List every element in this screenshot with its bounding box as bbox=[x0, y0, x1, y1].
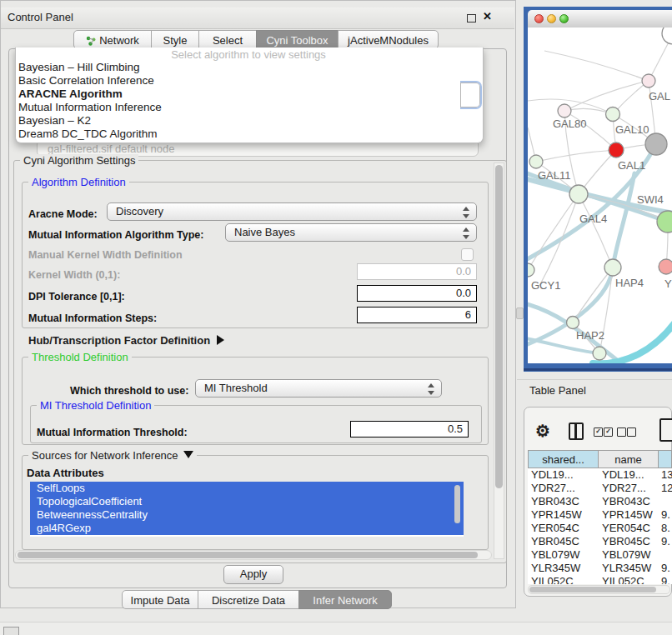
which-threshold-combo[interactable]: MI Threshold bbox=[195, 379, 442, 398]
table-cell[interactable]: YBR043C bbox=[531, 495, 579, 508]
table-cell[interactable]: YER054C bbox=[602, 522, 650, 535]
table-cell[interactable]: YBR045C bbox=[602, 535, 650, 548]
table-cell[interactable]: 12 bbox=[661, 482, 672, 495]
table-cell[interactable]: YIL052C bbox=[602, 575, 644, 584]
node[interactable] bbox=[662, 28, 672, 44]
tab-style[interactable]: Style bbox=[151, 30, 199, 49]
export-table-icon[interactable] bbox=[659, 418, 672, 442]
mi-threshold-label: Mutual Information Threshold: bbox=[37, 427, 188, 438]
table-cell[interactable]: YDL19... bbox=[531, 468, 574, 482]
tab-cyni-toolbox-label: Cyni Toolbox bbox=[266, 34, 328, 47]
aracne-mode-combo[interactable]: Discovery bbox=[107, 202, 477, 221]
column-header-shared-name[interactable]: shared... bbox=[528, 450, 599, 468]
close-window-icon[interactable]: ✕ bbox=[483, 10, 492, 22]
expand-right-icon[interactable] bbox=[217, 335, 224, 345]
gear-icon[interactable]: ⚙ bbox=[535, 421, 550, 441]
show-columns-icon[interactable] bbox=[569, 422, 584, 440]
deselect-all-checkbox-icon[interactable] bbox=[617, 428, 626, 437]
column-header-name[interactable]: name bbox=[598, 450, 659, 468]
attribute-item[interactable]: gal4RGexp bbox=[30, 522, 464, 535]
node-gray[interactable] bbox=[645, 133, 667, 155]
node-gal80[interactable] bbox=[558, 104, 571, 118]
column-header-partial[interactable] bbox=[658, 450, 672, 468]
collapsed-panel-button[interactable] bbox=[3, 627, 19, 635]
hub-transcription-factor-section[interactable]: Hub/Transcription Factor Definition bbox=[28, 334, 224, 347]
node-hap2[interactable] bbox=[567, 317, 579, 329]
node-swi4[interactable] bbox=[657, 211, 672, 232]
which-threshold-value: MI Threshold bbox=[204, 382, 268, 394]
node-gal[interactable] bbox=[642, 74, 655, 88]
control-panel-title: Control Panel bbox=[8, 11, 73, 23]
aracne-mode-value: Discovery bbox=[116, 205, 163, 218]
attribute-item[interactable]: SelfLoops bbox=[30, 482, 464, 495]
table-cell[interactable]: YLR345W bbox=[602, 562, 651, 575]
sources-title-label: Sources for Network Inference bbox=[32, 449, 178, 462]
table-cell[interactable]: YBR043C bbox=[602, 495, 650, 508]
apply-button[interactable]: Apply bbox=[223, 565, 283, 584]
settings-vertical-scrollbar-thumb[interactable] bbox=[495, 165, 503, 488]
table-cell[interactable]: 9. bbox=[661, 535, 670, 548]
table-cell[interactable]: 13 bbox=[661, 468, 672, 482]
node-gal10[interactable] bbox=[606, 108, 620, 122]
sources-title[interactable]: Sources for Network Inference bbox=[28, 449, 197, 462]
float-window-icon[interactable] bbox=[467, 14, 476, 22]
node-hap4[interactable] bbox=[604, 259, 621, 276]
network-canvas[interactable]: GAL GAL80 GAL10 GAL1 GAL11 GAL4 SWI4 GCY… bbox=[528, 28, 672, 363]
table-cell[interactable]: YIL052C bbox=[531, 575, 574, 584]
table-cell[interactable]: 9. bbox=[661, 575, 670, 584]
deselect-all-checkbox-icon[interactable] bbox=[627, 428, 636, 437]
node-gal4[interactable] bbox=[569, 185, 588, 203]
tab-discretize-data[interactable]: Discretize Data bbox=[198, 590, 299, 609]
node-label: GAL11 bbox=[538, 169, 571, 182]
attribute-item[interactable]: TopologicalCoefficient bbox=[30, 495, 464, 508]
node-gal11[interactable] bbox=[529, 155, 543, 168]
mi-algorithm-type-combo[interactable]: Naive Bayes bbox=[225, 223, 477, 242]
split-pane-handle[interactable] bbox=[516, 308, 524, 319]
table-cell[interactable]: 8. bbox=[661, 522, 670, 535]
tab-jactivemnodules[interactable]: jActiveMNodules bbox=[338, 30, 439, 49]
table-cell[interactable]: YPR145W bbox=[602, 508, 653, 522]
zoom-traffic-light[interactable] bbox=[559, 14, 569, 23]
table-cell[interactable]: YDR27... bbox=[531, 482, 575, 495]
table-cell[interactable]: YDL19... bbox=[602, 468, 644, 482]
attributes-scrollbar-thumb[interactable] bbox=[454, 485, 460, 523]
select-all-checkbox-icon[interactable]: ✓ bbox=[604, 428, 613, 437]
mi-threshold-field[interactable]: 0.5 bbox=[350, 421, 469, 438]
settings-horizontal-scrollbar-thumb[interactable] bbox=[18, 552, 478, 558]
tab-impute-data[interactable]: Impute Data bbox=[122, 590, 198, 609]
dropdown-item[interactable]: Basic Correlation Inference bbox=[18, 74, 469, 88]
close-traffic-light[interactable] bbox=[534, 14, 544, 23]
dpi-tolerance-field[interactable]: 0.0 bbox=[357, 285, 477, 302]
attribute-item[interactable]: BetweennessCentrality bbox=[30, 508, 464, 522]
table-horizontal-scrollbar-thumb[interactable] bbox=[529, 587, 656, 592]
table-cell[interactable]: YBL079W bbox=[602, 548, 651, 562]
manual-kernel-width-checkbox[interactable] bbox=[461, 248, 474, 261]
dropdown-item[interactable]: Dream8 DC_TDC Algorithm bbox=[18, 128, 469, 141]
select-all-checkbox-icon[interactable]: ✓ bbox=[594, 428, 603, 437]
table-cell[interactable]: YBL079W bbox=[531, 548, 580, 562]
kernel-width-field[interactable]: 0.0 bbox=[357, 263, 477, 280]
tab-network[interactable]: Network bbox=[73, 30, 152, 49]
tab-select[interactable]: Select bbox=[198, 30, 257, 49]
table-cell[interactable]: YPR145W bbox=[531, 508, 582, 522]
table-cell[interactable]: 9. bbox=[661, 562, 670, 575]
collapse-down-icon[interactable] bbox=[183, 451, 193, 458]
tab-infer-network[interactable]: Infer Network bbox=[298, 590, 392, 609]
dropdown-item-highlighted[interactable]: ARACNE Algorithm bbox=[18, 88, 469, 101]
dropdown-item[interactable]: Mutual Information Inference bbox=[18, 101, 469, 114]
node-gal1[interactable] bbox=[609, 142, 624, 158]
table-cell[interactable]: YLR345W bbox=[531, 562, 580, 575]
table-cell[interactable]: YDR27... bbox=[602, 482, 646, 495]
data-attributes-label: Data Attributes bbox=[27, 467, 104, 479]
dropdown-item[interactable]: Bayesian – Hill Climbing bbox=[18, 61, 469, 74]
table-cell[interactable]: YER054C bbox=[531, 522, 579, 535]
tab-cyni-toolbox[interactable]: Cyni Toolbox bbox=[256, 30, 339, 49]
node[interactable] bbox=[593, 347, 606, 360]
table-cell[interactable]: 9. bbox=[661, 508, 670, 522]
table-cell[interactable]: YBR045C bbox=[531, 535, 579, 548]
dropdown-item[interactable]: Bayesian – K2 bbox=[18, 114, 469, 128]
node-y[interactable] bbox=[659, 259, 672, 274]
minimize-traffic-light[interactable] bbox=[547, 14, 556, 23]
node-gcy1[interactable] bbox=[528, 263, 534, 277]
mi-steps-field[interactable]: 6 bbox=[357, 307, 477, 323]
